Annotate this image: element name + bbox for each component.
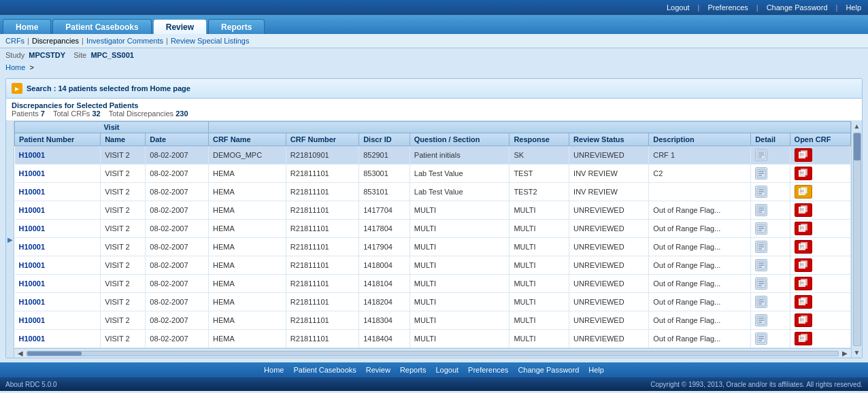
detail-icon[interactable] [755, 259, 767, 271]
search-bar-text: Search : 14 patients selected from Home … [27, 84, 190, 92]
study-value: MPCSTDY [29, 51, 65, 59]
detail-icon[interactable] [755, 314, 767, 326]
sub-nav-review-special-listings[interactable]: Review Special Listings [171, 37, 250, 45]
table-row[interactable]: H10001VISIT 208-02-2007HEMAR218111011418… [15, 311, 851, 330]
open-crf-icon[interactable] [795, 185, 812, 199]
col-group-visit: Visit [15, 122, 209, 133]
open-crf-icon[interactable] [795, 313, 812, 327]
scroll-left-btn[interactable]: ◀ [14, 349, 27, 357]
main-content: ► Search : 14 patients selected from Hom… [5, 78, 863, 358]
sub-nav-bar: CRFs | Discrepancies | Investigator Comm… [0, 34, 868, 48]
discrepancies-count: 230 [176, 109, 188, 118]
detail-icon[interactable] [755, 186, 767, 198]
h-scrollbar[interactable]: ◀ ▶ [14, 348, 851, 358]
table-row[interactable]: H10001VISIT 208-02-2007HEMAR218111011418… [15, 275, 851, 293]
col-review-status[interactable]: Review Status [569, 133, 649, 146]
detail-icon[interactable] [755, 277, 767, 290]
v-scroll-track [853, 133, 861, 346]
v-scroll-thumb [854, 133, 861, 160]
help-link[interactable]: Help [846, 3, 861, 12]
scroll-down-btn[interactable]: ▼ [852, 347, 862, 358]
open-crf-icon[interactable] [795, 203, 812, 217]
col-name[interactable]: Name [101, 133, 146, 146]
open-crf-icon[interactable] [795, 148, 812, 162]
col-crf-number[interactable]: CRF Number [286, 133, 358, 146]
detail-icon[interactable] [755, 222, 767, 235]
col-date[interactable]: Date [146, 133, 209, 146]
footer-patient-casebooks-link[interactable]: Patient Casebooks [293, 366, 356, 374]
open-crf-icon[interactable] [795, 240, 812, 254]
scroll-right-btn[interactable]: ▶ [839, 349, 851, 357]
site-value: MPC_SS001 [90, 51, 134, 59]
preferences-link[interactable]: Preferences [707, 3, 748, 12]
copyright-text: Copyright © 1993, 2013, Oracle and/or it… [650, 381, 863, 388]
table-row[interactable]: H10001VISIT 208-02-2007HEMAR218111011417… [15, 201, 851, 220]
tab-home[interactable]: Home [3, 19, 51, 34]
search-bar: ► Search : 14 patients selected from Hom… [6, 79, 862, 99]
open-crf-icon[interactable] [795, 332, 812, 345]
crfs-count: 32 [92, 109, 100, 118]
copyright-bar: About RDC 5.0.0 Copyright © 1993, 2013, … [0, 377, 868, 391]
table-row[interactable]: H10001VISIT 208-02-2007HEMAR218111011418… [15, 330, 851, 348]
footer-home-link[interactable]: Home [264, 366, 284, 374]
table-area: ▶ Visit Patient Number Name Date CRF Nam… [6, 121, 862, 358]
discrepancies-table: Visit Patient Number Name Date CRF Name … [14, 121, 851, 348]
footer-review-link[interactable]: Review [366, 366, 390, 374]
footer-help-link[interactable]: Help [588, 366, 604, 374]
open-crf-icon[interactable] [795, 167, 812, 180]
detail-icon[interactable] [755, 149, 767, 161]
scroll-up-btn[interactable]: ▲ [852, 121, 862, 131]
left-scroll-indicator[interactable]: ▶ [6, 121, 14, 358]
col-discr-id[interactable]: Discr ID [359, 133, 410, 146]
tab-review[interactable]: Review [153, 19, 207, 34]
tab-patient-casebooks[interactable]: Patient Casebooks [52, 19, 151, 34]
patients-count: 7 [41, 109, 45, 118]
detail-icon[interactable] [755, 296, 767, 308]
scroll-thumb [27, 352, 82, 356]
sub-nav-crfs[interactable]: CRFs [5, 37, 24, 45]
top-nav-bar: Logout | Preferences | Change Password |… [0, 0, 868, 15]
detail-icon[interactable] [755, 167, 767, 180]
change-password-link[interactable]: Change Password [767, 3, 828, 12]
open-crf-icon[interactable] [795, 277, 812, 290]
breadcrumb-home[interactable]: Home [5, 63, 25, 71]
table-row[interactable]: H10001VISIT 208-02-2007HEMAR218111018530… [15, 165, 851, 183]
table-row[interactable]: H10001VISIT 208-02-2007HEMAR218111011418… [15, 293, 851, 311]
detail-icon[interactable] [755, 204, 767, 216]
table-row[interactable]: H10001VISIT 208-02-2007HEMAR218111018531… [15, 183, 851, 201]
col-patient-number[interactable]: Patient Number [15, 133, 101, 146]
v-scrollbar[interactable]: ▲ ▼ [851, 121, 862, 358]
sub-nav-investigator-comments[interactable]: Investigator Comments [86, 37, 163, 45]
data-table-wrapper: Visit Patient Number Name Date CRF Name … [14, 121, 851, 358]
study-info-bar: Study MPCSTDY Site MPC_SS001 [0, 48, 868, 62]
search-icon: ► [12, 83, 22, 94]
col-detail[interactable]: Detail [751, 133, 790, 146]
table-row[interactable]: H10001VISIT 208-02-2007HEMAR218111011418… [15, 256, 851, 275]
detail-icon[interactable] [755, 241, 767, 253]
table-row[interactable]: H10001VISIT 208-02-2007DEMOG_MPCR2181090… [15, 146, 851, 165]
open-crf-icon[interactable] [795, 258, 812, 272]
footer-reports-link[interactable]: Reports [400, 366, 427, 374]
logout-link[interactable]: Logout [667, 3, 690, 12]
col-open-crf[interactable]: Open CRF [790, 133, 850, 146]
table-row[interactable]: H10001VISIT 208-02-2007HEMAR218111011417… [15, 220, 851, 238]
main-tab-bar: Home Patient Casebooks Review Reports [0, 15, 868, 34]
footer-nav-bar: Home Patient Casebooks Review Reports Lo… [0, 362, 868, 377]
table-row[interactable]: H10001VISIT 208-02-2007HEMAR218111011417… [15, 238, 851, 256]
breadcrumb: Home > [0, 62, 868, 74]
footer-logout-link[interactable]: Logout [435, 366, 458, 374]
scroll-track [27, 351, 839, 356]
sub-nav-discrepancies[interactable]: Discrepancies [32, 37, 79, 45]
open-crf-icon[interactable] [795, 295, 812, 309]
column-headers: Patient Number Name Date CRF Name CRF Nu… [15, 133, 851, 146]
col-crf-name[interactable]: CRF Name [208, 133, 286, 146]
tab-reports[interactable]: Reports [208, 19, 265, 34]
footer-change-password-link[interactable]: Change Password [518, 366, 579, 374]
col-description[interactable]: Description [649, 133, 751, 146]
open-crf-icon[interactable] [795, 222, 812, 235]
detail-icon[interactable] [755, 332, 767, 345]
version-label: About RDC 5.0.0 [5, 381, 57, 388]
col-response[interactable]: Response [510, 133, 569, 146]
footer-preferences-link[interactable]: Preferences [468, 366, 508, 374]
col-question[interactable]: Question / Section [410, 133, 510, 146]
